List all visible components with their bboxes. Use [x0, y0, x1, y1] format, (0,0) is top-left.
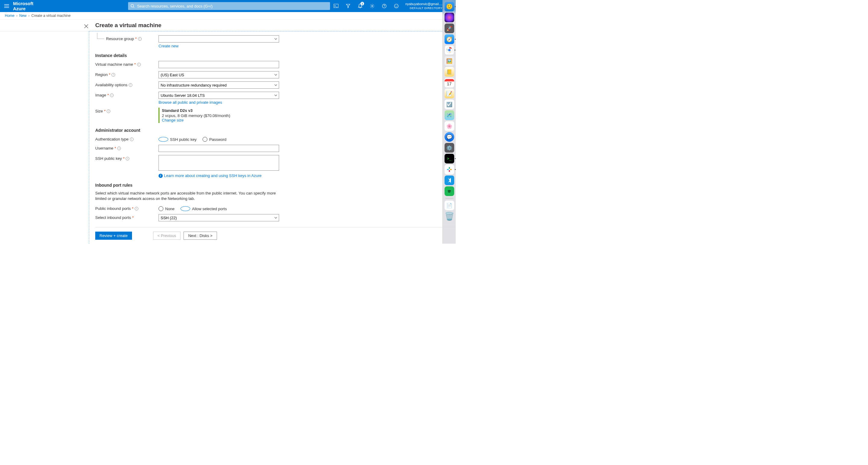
ssh-learn-link[interactable]: Learn more about creating and using SSH … [164, 173, 261, 178]
blade-title: Create a virtual machine [95, 22, 161, 29]
cloud-shell-icon[interactable] [330, 0, 342, 12]
info-icon: i [158, 174, 163, 178]
size-label: Size [95, 109, 103, 113]
username-input[interactable] [158, 145, 279, 152]
ports-allow-radio[interactable]: Allow selected ports [181, 206, 227, 211]
previous-button[interactable]: < Previous [153, 232, 181, 240]
region-select[interactable] [158, 71, 279, 79]
blade-footer: Review + create < Previous Next : Disks … [95, 227, 456, 244]
info-icon[interactable]: i [137, 63, 141, 66]
svg-rect-10 [447, 169, 449, 170]
info-icon[interactable]: i [110, 93, 114, 97]
ssh-key-textarea[interactable] [158, 155, 279, 171]
feedback-icon[interactable] [390, 0, 402, 12]
svg-point-0 [131, 4, 133, 7]
hamburger-menu[interactable] [0, 0, 13, 12]
next-disks-button[interactable]: Next : Disks > [184, 232, 217, 240]
chrome-icon[interactable] [444, 45, 454, 55]
terminal-icon[interactable]: >_ [444, 154, 454, 164]
macos-dock: 🙂 🚀 🧭 🖼️ 📒 17 📝 ☑️ 🗺️ 🌸 💬 ⚙️ >_ 📄 🗑️ [442, 0, 456, 244]
breadcrumb-home[interactable]: Home [5, 13, 14, 18]
svg-point-4 [394, 4, 398, 8]
form-scroll-area[interactable]: Resource group * i Create new Instance d… [95, 33, 456, 227]
directory-filter-icon[interactable] [342, 0, 354, 12]
vm-name-input[interactable] [158, 61, 279, 68]
search-input[interactable] [128, 2, 330, 10]
size-spec: 2 vcpus, 8 GiB memory ($70.08/month) [162, 113, 277, 118]
svg-rect-12 [449, 167, 450, 169]
ports-none-radio[interactable]: None [158, 206, 175, 211]
chevron-right-icon: › [28, 13, 30, 18]
section-inbound-ports: Inbound port rules [95, 183, 456, 187]
auth-type-label: Authentication type [95, 137, 129, 141]
finder-icon[interactable]: 🙂 [444, 2, 454, 11]
info-icon[interactable]: i [107, 110, 110, 113]
select-ports-select[interactable] [158, 214, 279, 221]
info-icon[interactable]: i [126, 157, 129, 161]
resource-group-label: Resource group [106, 36, 134, 41]
maps-icon[interactable]: 🗺️ [444, 110, 454, 120]
slack-icon[interactable] [444, 165, 454, 174]
create-new-rg-link[interactable]: Create new [158, 44, 179, 48]
notifications-icon[interactable]: 1 [354, 0, 366, 12]
info-icon[interactable]: i [130, 138, 133, 141]
system-preferences-icon[interactable]: ⚙️ [444, 143, 454, 153]
preview-icon[interactable]: 🖼️ [444, 56, 454, 66]
info-icon[interactable]: i [138, 37, 142, 41]
ssh-key-label: SSH public key [95, 156, 122, 161]
azure-header: Microsoft Azure 1 nyabu [0, 0, 456, 12]
textedit-icon[interactable]: 📄 [444, 201, 454, 210]
search-icon [130, 4, 135, 8]
section-instance-details: Instance details [95, 53, 456, 58]
calendar-icon[interactable]: 17 [444, 78, 454, 87]
breadcrumb: Home › New › Create a virtual machine [0, 12, 456, 19]
messages-icon[interactable]: 💬 [444, 132, 454, 142]
breadcrumb-new[interactable]: New [19, 13, 27, 18]
azure-brand[interactable]: Microsoft Azure [13, 1, 53, 11]
photos-icon[interactable]: 🌸 [444, 121, 454, 131]
chevron-right-icon: › [16, 13, 18, 18]
close-blade-button[interactable] [83, 23, 89, 29]
auth-password-radio[interactable]: Password [203, 137, 226, 142]
trash-icon[interactable]: 🗑️ [444, 211, 454, 221]
public-ports-label: Public inbound ports [95, 206, 131, 211]
inbound-ports-desc: Select which virtual machine network por… [95, 191, 276, 201]
section-admin-account: Administrator account [95, 128, 456, 133]
image-label: Image [95, 93, 106, 97]
image-select[interactable] [158, 92, 279, 99]
launchpad-icon[interactable]: 🚀 [444, 24, 454, 33]
spotify-icon[interactable] [444, 186, 454, 196]
svg-rect-13 [449, 170, 450, 172]
vm-name-label: Virtual machine name [95, 62, 133, 67]
info-icon[interactable]: i [129, 83, 132, 87]
change-size-link[interactable]: Change size [162, 118, 184, 122]
account-directory: DEFAULT DIRECTORY [405, 6, 442, 10]
notes-icon[interactable]: 📝 [444, 89, 454, 98]
browse-images-link[interactable]: Browse all public and private images [158, 100, 222, 105]
svg-rect-11 [450, 169, 452, 170]
help-icon[interactable] [378, 0, 390, 12]
svg-point-2 [372, 5, 373, 7]
svg-point-6 [397, 5, 398, 6]
info-icon[interactable]: i [135, 207, 138, 210]
size-name: Standard D2s v3 [162, 108, 277, 113]
contacts-icon[interactable]: 📒 [444, 67, 454, 77]
safari-icon[interactable]: 🧭 [444, 34, 454, 44]
svg-point-5 [396, 5, 396, 6]
reminders-icon[interactable]: ☑️ [444, 99, 454, 109]
svg-rect-1 [334, 4, 338, 8]
settings-icon[interactable] [366, 0, 378, 12]
resource-group-select[interactable] [158, 35, 279, 42]
availability-select[interactable] [158, 81, 279, 89]
auth-ssh-radio[interactable]: SSH public key [158, 137, 196, 142]
breadcrumb-current: Create a virtual machine [31, 13, 70, 18]
info-icon[interactable]: i [112, 73, 115, 77]
info-icon[interactable]: i [117, 147, 121, 150]
select-ports-label: Select inbound ports [95, 215, 131, 220]
siri-icon[interactable] [444, 13, 454, 22]
vscode-icon[interactable] [444, 175, 454, 185]
region-label: Region [95, 72, 107, 77]
account-email: nyabuyabonvic@gmail.... [405, 2, 442, 6]
review-create-button[interactable]: Review + create [95, 232, 132, 240]
hamburger-icon [4, 4, 9, 8]
